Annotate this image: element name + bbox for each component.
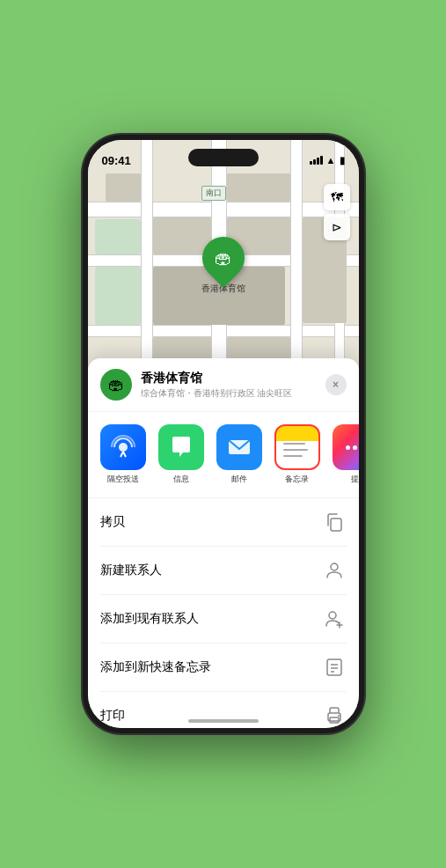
share-app-notes[interactable]: 备忘录 xyxy=(271,424,324,485)
share-apps-row: 隔空投送 信息 xyxy=(88,412,359,498)
wifi-icon: ▲ xyxy=(326,155,336,166)
svg-rect-14 xyxy=(330,717,339,723)
location-subtitle: 综合体育馆・香港特别行政区 油尖旺区 xyxy=(141,387,325,400)
location-name: 香港体育馆 xyxy=(141,371,325,386)
quick-note-icon xyxy=(322,655,347,680)
messages-svg xyxy=(167,433,195,461)
svg-rect-4 xyxy=(331,519,341,531)
more-dot-2 xyxy=(353,445,357,450)
airdrop-svg xyxy=(110,434,136,460)
action-copy[interactable]: 拷贝 xyxy=(100,498,347,547)
mail-icon xyxy=(216,424,262,470)
green-1 xyxy=(95,219,141,254)
note-line-3 xyxy=(283,455,303,457)
pin-circle: 🏟 xyxy=(194,228,253,288)
notes-icon xyxy=(274,424,320,470)
notes-lines xyxy=(276,426,318,468)
signal-bar-4 xyxy=(320,156,323,165)
building-5 xyxy=(106,173,141,202)
action-add-contact[interactable]: 添加到现有联系人 xyxy=(100,595,347,644)
south-entrance-label: 南口 xyxy=(201,186,226,201)
add-contact-icon xyxy=(322,607,347,631)
signal-bars-icon xyxy=(310,156,323,165)
location-info: 香港体育馆 综合体育馆・香港特别行政区 油尖旺区 xyxy=(141,371,325,400)
note-line-2 xyxy=(283,449,309,451)
map-layers-button[interactable]: 🗺 xyxy=(324,184,350,210)
person-svg xyxy=(325,561,344,580)
location-icon-emoji: 🏟 xyxy=(108,376,124,394)
airdrop-label: 隔空投送 xyxy=(107,474,139,485)
signal-bar-2 xyxy=(313,159,316,165)
person-add-svg xyxy=(325,609,344,629)
green-2 xyxy=(95,267,141,325)
airdrop-icon xyxy=(100,424,146,470)
action-quick-note[interactable]: 添加到新快速备忘录 xyxy=(100,644,347,692)
share-app-messages[interactable]: 信息 xyxy=(155,424,208,485)
action-add-contact-label: 添加到现有联系人 xyxy=(100,611,199,627)
svg-line-2 xyxy=(123,452,126,457)
dynamic-island xyxy=(188,149,259,166)
share-app-airdrop[interactable]: 隔空投送 xyxy=(97,424,150,485)
phone-screen: 09:41 ▲ ▮ xyxy=(88,140,359,728)
action-copy-label: 拷贝 xyxy=(100,514,125,530)
notes-label: 备忘录 xyxy=(285,474,309,485)
svg-point-15 xyxy=(338,715,340,717)
share-app-mail[interactable]: 邮件 xyxy=(213,424,266,485)
mail-label: 邮件 xyxy=(231,474,247,485)
mail-svg xyxy=(225,433,253,461)
svg-point-0 xyxy=(119,443,128,452)
home-indicator xyxy=(188,719,259,723)
building-7 xyxy=(227,173,290,202)
map-pin: 🏟 香港体育馆 xyxy=(201,237,245,295)
signal-bar-1 xyxy=(310,161,312,165)
new-contact-icon xyxy=(322,558,347,583)
messages-icon xyxy=(158,424,204,470)
south-entrance-text: 南 xyxy=(206,188,214,197)
map-controls: 🗺 ⊳ xyxy=(324,184,350,240)
location-header: 🏟 香港体育馆 综合体育馆・香港特别行政区 油尖旺区 × xyxy=(88,358,359,412)
svg-point-6 xyxy=(329,612,336,619)
svg-rect-9 xyxy=(327,659,341,675)
action-list: 拷贝 新建联系人 xyxy=(88,498,359,728)
bottom-sheet: 🏟 香港体育馆 综合体育馆・香港特别行政区 油尖旺区 × xyxy=(88,358,359,728)
note-svg xyxy=(325,658,344,677)
signal-bar-3 xyxy=(317,158,319,165)
action-quick-note-label: 添加到新快速备忘录 xyxy=(100,659,211,675)
action-new-contact[interactable]: 新建联系人 xyxy=(100,547,347,595)
battery-icon: ▮ xyxy=(340,155,345,166)
copy-icon xyxy=(322,510,347,534)
copy-svg xyxy=(325,512,344,532)
pin-inner: 🏟 xyxy=(215,248,232,268)
action-new-contact-label: 新建联系人 xyxy=(100,563,162,578)
svg-point-5 xyxy=(331,563,338,570)
action-print-label: 打印 xyxy=(100,708,125,724)
print-icon xyxy=(322,703,347,728)
more-dots xyxy=(346,445,359,450)
print-svg xyxy=(325,706,344,725)
map-location-button[interactable]: ⊳ xyxy=(324,214,350,240)
status-icons: ▲ ▮ xyxy=(310,155,345,166)
more-dot-1 xyxy=(346,445,350,450)
share-app-more[interactable]: 提 xyxy=(329,424,359,485)
location-icon: 🏟 xyxy=(100,369,132,401)
messages-label: 信息 xyxy=(173,474,189,485)
close-button[interactable]: × xyxy=(325,374,347,395)
status-time: 09:41 xyxy=(102,154,131,167)
phone-frame: 09:41 ▲ ▮ xyxy=(83,135,364,733)
more-label: 提 xyxy=(351,474,359,485)
note-line-1 xyxy=(283,443,306,445)
more-icon xyxy=(333,424,359,470)
